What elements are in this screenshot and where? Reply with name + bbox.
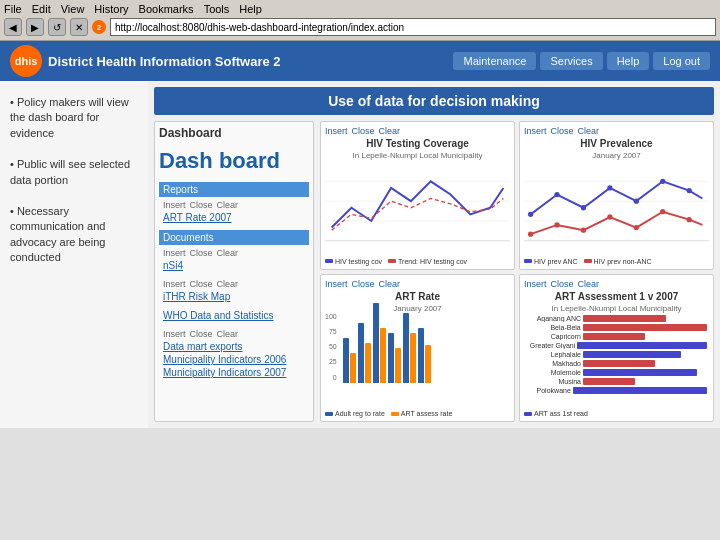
clear-ar[interactable]: Clear <box>379 279 401 289</box>
close-arta[interactable]: Close <box>551 279 574 289</box>
charts-grid: Insert Close Clear HIV Testing Coverage … <box>320 121 714 422</box>
clear-ht[interactable]: Clear <box>379 126 401 136</box>
close-ar[interactable]: Close <box>352 279 375 289</box>
chart-hiv-testing: Insert Close Clear HIV Testing Coverage … <box>320 121 515 270</box>
clear-map-link[interactable]: Clear <box>217 279 239 289</box>
insert-dm-link[interactable]: Insert <box>163 329 186 339</box>
hbar-row-1: Aganang ANC <box>526 315 707 322</box>
address-input[interactable] <box>110 18 716 36</box>
bar-group-1 <box>343 338 356 383</box>
svg-point-11 <box>607 185 612 190</box>
menu-edit[interactable]: Edit <box>32 3 51 15</box>
close-dm-link[interactable]: Close <box>190 329 213 339</box>
insert-hp[interactable]: Insert <box>524 126 547 136</box>
forward-button[interactable]: ▶ <box>26 18 44 36</box>
db-section-who: WHO Data and Statistics <box>159 309 309 322</box>
legend-dot-hp-1 <box>524 259 532 263</box>
hiv-testing-chart <box>325 160 510 256</box>
bar-blue-1 <box>343 338 349 383</box>
y-0: 0 <box>325 374 337 381</box>
reload-button[interactable]: ↺ <box>48 18 66 36</box>
hiv-prev-subtitle: January 2007 <box>524 151 709 160</box>
art-rate-y-axis: 100 75 50 25 0 <box>325 313 337 383</box>
documents-title: Documents <box>159 230 309 245</box>
close-hp[interactable]: Close <box>551 126 574 136</box>
db-section-documents: Documents Insert Close Clear nSi4 <box>159 230 309 272</box>
db-section-datamart: Insert Close Clear Data mart exports Mun… <box>159 328 309 379</box>
menu-history[interactable]: History <box>94 3 128 15</box>
nav-logout[interactable]: Log out <box>653 52 710 70</box>
art-assessment-title: ART Assessment 1 v 2007 <box>524 291 709 302</box>
who-link[interactable]: WHO Data and Statistics <box>159 309 309 322</box>
db-section-reports: Reports Insert Close Clear ART Rate 2007 <box>159 182 309 224</box>
nav-services[interactable]: Services <box>540 52 602 70</box>
art-assessment-hbars: Aganang ANC Bela-Bela Capricorn <box>524 313 709 396</box>
svg-point-13 <box>660 179 665 184</box>
legend-dot-2 <box>388 259 396 263</box>
insert-ar[interactable]: Insert <box>325 279 348 289</box>
menu-bar: File Edit View History Bookmarks Tools H… <box>4 2 716 16</box>
legend-dot-arta-1 <box>524 412 532 416</box>
svg-point-15 <box>528 232 533 237</box>
clear-doc-link[interactable]: Clear <box>217 248 239 258</box>
hbar-fill-2 <box>583 324 707 331</box>
y-75: 75 <box>325 328 337 335</box>
nav-maintenance[interactable]: Maintenance <box>453 52 536 70</box>
menu-help[interactable]: Help <box>239 3 262 15</box>
legend-label-hp-1: HIV prev ANC <box>534 258 578 265</box>
back-button[interactable]: ◀ <box>4 18 22 36</box>
insert-doc-link[interactable]: Insert <box>163 248 186 258</box>
svg-point-17 <box>581 228 586 233</box>
close-ht[interactable]: Close <box>352 126 375 136</box>
clear-link[interactable]: Clear <box>217 200 239 210</box>
hbar-label-8: Musina <box>526 378 581 385</box>
bar-orange-6 <box>425 345 431 383</box>
nsi4-link[interactable]: nSi4 <box>159 259 309 272</box>
dashboard-sidebar: Dashboard Dash board Reports Insert Clos… <box>154 121 314 422</box>
stop-button[interactable]: ✕ <box>70 18 88 36</box>
insert-map-link[interactable]: Insert <box>163 279 186 289</box>
hbar-label-5: Lephalale <box>526 351 581 358</box>
nav-help[interactable]: Help <box>607 52 650 70</box>
close-link[interactable]: Close <box>190 200 213 210</box>
address-bar: ◀ ▶ ↺ ✕ 2 <box>4 16 716 38</box>
insert-ht[interactable]: Insert <box>325 126 348 136</box>
muni-ind-2007[interactable]: Municipality Indicators 2007 <box>159 366 309 379</box>
menu-view[interactable]: View <box>61 3 85 15</box>
art-assessment-chart: Aganang ANC Bela-Bela Capricorn <box>524 313 709 409</box>
hbar-label-9: Polokwane <box>526 387 571 394</box>
legend-art-2: ART assess rate <box>391 410 453 417</box>
clear-arta[interactable]: Clear <box>578 279 600 289</box>
hbar-label-2: Bela-Bela <box>526 324 581 331</box>
hbar-label-4: Greater Giyani <box>526 342 575 349</box>
hbar-fill-3 <box>583 333 645 340</box>
chart-hiv-prev-header: Insert Close Clear <box>524 126 709 136</box>
insert-link[interactable]: Insert <box>163 200 186 210</box>
insert-arta[interactable]: Insert <box>524 279 547 289</box>
menu-tools[interactable]: Tools <box>204 3 230 15</box>
risk-map-link[interactable]: iTHR Risk Map <box>159 290 309 303</box>
svg-point-18 <box>607 214 612 219</box>
muni-ind-2006[interactable]: Municipality Indicators 2006 <box>159 353 309 366</box>
legend-label-arta-1: ART ass 1st read <box>534 410 588 417</box>
menu-file[interactable]: File <box>4 3 22 15</box>
banner: Use of data for decision making <box>154 87 714 115</box>
hbar-fill-5 <box>583 351 681 358</box>
dashboard-title: Dashboard <box>159 126 309 140</box>
clear-dm-link[interactable]: Clear <box>217 329 239 339</box>
bar-orange-4 <box>395 348 401 383</box>
bullet-2: Public will see selected data portion <box>10 153 138 192</box>
close-doc-link[interactable]: Close <box>190 248 213 258</box>
chart-art-rate: Insert Close Clear ART Rate January 2007… <box>320 274 515 423</box>
y-25: 25 <box>325 358 337 365</box>
menu-bookmarks[interactable]: Bookmarks <box>139 3 194 15</box>
art-rate-link[interactable]: ART Rate 2007 <box>159 211 309 224</box>
datamart-title[interactable]: Data mart exports <box>159 340 309 353</box>
reports-actions: Insert Close Clear <box>159 199 309 211</box>
chart-art-header: Insert Close Clear <box>325 279 510 289</box>
hiv-prev-chart <box>524 160 709 256</box>
clear-hp[interactable]: Clear <box>578 126 600 136</box>
legend-art-1: Adult reg to rate <box>325 410 385 417</box>
close-map-link[interactable]: Close <box>190 279 213 289</box>
center-content: Use of data for decision making Dashboar… <box>148 81 720 428</box>
